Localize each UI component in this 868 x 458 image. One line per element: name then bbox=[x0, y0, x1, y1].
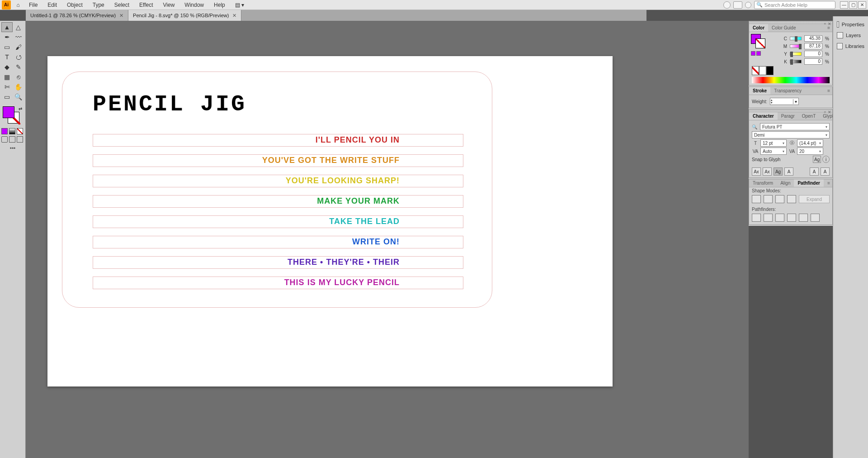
snap-info-icon[interactable]: i bbox=[822, 156, 830, 163]
divide-icon[interactable] bbox=[752, 214, 761, 222]
hand-tool[interactable]: ✋ bbox=[13, 82, 24, 92]
menu-view[interactable]: View bbox=[160, 0, 179, 10]
y-value[interactable]: 0 bbox=[804, 51, 822, 57]
snap-angular-icon[interactable]: A bbox=[810, 167, 819, 176]
menu-file[interactable]: File bbox=[25, 0, 41, 10]
minus-back-icon[interactable] bbox=[811, 214, 820, 222]
transparency-tab[interactable]: Transparency bbox=[770, 87, 805, 95]
outline-icon[interactable] bbox=[799, 214, 808, 222]
menu-object[interactable]: Object bbox=[63, 0, 86, 10]
trim-icon[interactable] bbox=[764, 214, 773, 222]
scissors-tool[interactable]: ✄ bbox=[1, 82, 13, 92]
toolbox-more-icon[interactable]: ••• bbox=[1, 145, 24, 152]
align-tab[interactable]: Align bbox=[777, 179, 794, 187]
k-value[interactable]: 0 bbox=[804, 58, 822, 65]
window-minimize-button[interactable]: — bbox=[840, 1, 848, 9]
m-value[interactable]: 87.18 bbox=[804, 43, 822, 49]
black-swatch-icon[interactable] bbox=[766, 66, 774, 75]
transform-tab[interactable]: Transform bbox=[749, 179, 777, 187]
rectangle-tool[interactable]: ▭ bbox=[1, 42, 13, 52]
c-value[interactable]: 45.38 bbox=[804, 35, 822, 42]
opentype-tab[interactable]: OpenT bbox=[798, 112, 820, 120]
artboard-tool[interactable]: ▭ bbox=[1, 92, 13, 102]
home-icon[interactable]: ⌂ bbox=[14, 0, 23, 10]
gradient-mode-icon[interactable] bbox=[9, 128, 15, 134]
eyedropper-tool2[interactable]: ⎋ bbox=[13, 72, 24, 82]
fill-swatch[interactable] bbox=[3, 106, 14, 118]
menu-edit[interactable]: Edit bbox=[44, 0, 61, 10]
type-tool[interactable]: T bbox=[1, 52, 13, 62]
menu-layout-icon[interactable]: ▤ ▾ bbox=[231, 0, 248, 10]
layers-button[interactable]: Layers bbox=[833, 30, 868, 41]
weight-dropdown-icon[interactable]: ▾ bbox=[793, 99, 798, 104]
kerning-combo[interactable]: Auto▾ bbox=[760, 148, 787, 155]
none-mode-icon[interactable] bbox=[17, 128, 23, 134]
search-font-icon[interactable]: 🔍 bbox=[752, 124, 758, 129]
leading-combo[interactable]: (14.4 pt)▾ bbox=[797, 139, 823, 147]
align-embox-icon[interactable]: A bbox=[784, 167, 793, 176]
stroke-tab[interactable]: Stroke bbox=[749, 87, 770, 95]
menu-type[interactable]: Type bbox=[89, 0, 108, 10]
draw-normal-icon[interactable] bbox=[1, 136, 8, 143]
expand-button[interactable]: Expand bbox=[799, 195, 830, 203]
doc-tab-1-close-icon[interactable]: ✕ bbox=[232, 13, 236, 19]
tracking-combo[interactable]: 20▾ bbox=[797, 148, 823, 155]
font-size-combo[interactable]: 12 pt▾ bbox=[760, 139, 787, 147]
draw-behind-icon[interactable] bbox=[9, 136, 15, 143]
user-icon[interactable] bbox=[723, 1, 731, 9]
swap-fill-stroke-icon[interactable]: ⇄ bbox=[19, 106, 22, 111]
help-search[interactable]: 🔍 Search Adobe Help bbox=[754, 1, 835, 9]
color-guide-tab[interactable]: Color Guide bbox=[768, 24, 799, 32]
color-tab[interactable]: Color bbox=[749, 24, 768, 32]
m-slider[interactable] bbox=[790, 44, 802, 48]
draw-inside-icon[interactable] bbox=[17, 136, 23, 143]
shape-builder-tool[interactable]: ◆ bbox=[1, 62, 13, 72]
panel-stroke-swatch[interactable] bbox=[755, 38, 765, 48]
pf-panel-menu-icon[interactable]: ≡ bbox=[825, 179, 832, 187]
panel-close-icon[interactable]: ✕ bbox=[828, 22, 831, 26]
exclude-icon[interactable] bbox=[787, 195, 796, 203]
fill-stroke-swatches[interactable]: ⇄ bbox=[1, 106, 24, 126]
paragraph-tab[interactable]: Paragr bbox=[778, 112, 798, 120]
character-tab[interactable]: Character bbox=[749, 112, 778, 120]
c-slider[interactable] bbox=[790, 37, 802, 40]
zoom-tool[interactable]: 🔍 bbox=[13, 92, 24, 102]
unite-icon[interactable] bbox=[752, 195, 761, 203]
window-close-button[interactable]: ✕ bbox=[858, 1, 866, 9]
panel-close-icon[interactable]: ✕ bbox=[828, 110, 831, 114]
doc-tab-1[interactable]: Pencil Jig - 8.svg* @ 150 % (RGB/Preview… bbox=[128, 10, 241, 21]
snap-glyph-icon[interactable]: Ag bbox=[813, 156, 821, 163]
direct-select-tool[interactable]: △ bbox=[13, 22, 24, 32]
panel-fill-stroke[interactable] bbox=[751, 34, 764, 49]
panel-collapse-icon[interactable]: « bbox=[824, 110, 826, 114]
none-swatch-icon[interactable] bbox=[752, 66, 759, 75]
intersect-icon[interactable] bbox=[775, 195, 784, 203]
pen-tool[interactable]: ✒ bbox=[1, 32, 13, 42]
doc-tab-0[interactable]: Untitled-1 @ 78.26 % (CMYK/Preview) ✕ bbox=[26, 10, 128, 21]
eyedropper-tool[interactable]: ✎ bbox=[13, 62, 24, 72]
font-style-combo[interactable]: Demi▾ bbox=[752, 131, 830, 138]
pathfinder-tab[interactable]: Pathfinder bbox=[794, 179, 823, 187]
brush-tool[interactable]: 🖌 bbox=[13, 42, 24, 52]
color-mode-icon[interactable] bbox=[1, 128, 8, 134]
libraries-button[interactable]: Libraries bbox=[833, 41, 868, 52]
stroke-panel-menu-icon[interactable]: ≡ bbox=[825, 87, 832, 95]
arrange-docs-icon[interactable] bbox=[733, 1, 742, 9]
properties-button[interactable]: Properties bbox=[833, 19, 868, 30]
app-icon[interactable]: Ai bbox=[2, 0, 11, 10]
white-swatch-icon[interactable] bbox=[759, 66, 766, 75]
weight-field[interactable]: ▲▼ ▾ bbox=[770, 98, 799, 105]
menu-help[interactable]: Help bbox=[210, 0, 229, 10]
align-glyph-icon[interactable]: Ag bbox=[774, 167, 783, 176]
menu-effect[interactable]: Effect bbox=[136, 0, 156, 10]
menu-select[interactable]: Select bbox=[111, 0, 133, 10]
k-slider[interactable] bbox=[790, 60, 802, 63]
crop-icon[interactable] bbox=[787, 214, 796, 222]
curvature-tool[interactable]: 〰 bbox=[13, 32, 24, 42]
info-icon[interactable] bbox=[745, 2, 751, 8]
snap-anchor-icon[interactable]: A bbox=[821, 167, 830, 176]
window-maximize-button[interactable]: ▢ bbox=[849, 1, 857, 9]
canvas-viewport[interactable]: PENCIL JIG I'LL PENCIL YOU IN YOU'VE GOT… bbox=[26, 21, 749, 458]
align-baseline-icon[interactable]: Ax bbox=[752, 167, 761, 176]
panel-collapse-icon[interactable]: « bbox=[824, 22, 826, 26]
